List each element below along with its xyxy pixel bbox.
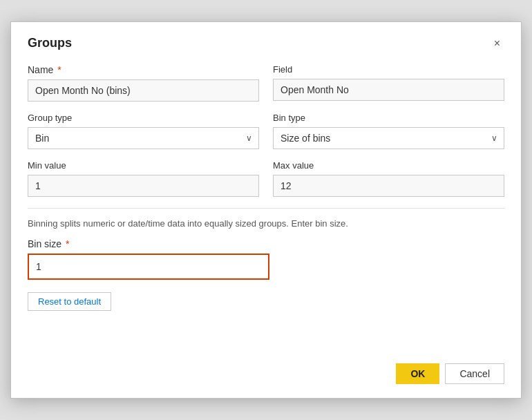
group-type-label: Group type [28, 113, 259, 123]
groups-dialog: Groups × Name * Field Group type Bin [10, 21, 522, 399]
max-value-input [273, 175, 504, 197]
bin-size-label: Bin size * [28, 238, 269, 249]
bin-type-select[interactable]: Size of bins Number of bins [273, 127, 504, 149]
bin-size-required-star: * [63, 238, 69, 249]
field-input [273, 79, 504, 101]
name-input[interactable] [28, 79, 259, 102]
min-value-group: Min value [28, 160, 259, 197]
dialog-overlay: Groups × Name * Field Group type Bin [0, 0, 532, 420]
reset-to-default-button[interactable]: Reset to default [28, 292, 111, 311]
dialog-footer: OK Cancel [28, 352, 504, 384]
group-type-group: Group type Bin ∨ [28, 113, 259, 149]
bin-size-input[interactable] [29, 255, 268, 278]
cancel-button[interactable]: Cancel [445, 363, 504, 384]
title-bar: Groups × [28, 36, 504, 50]
max-value-label: Max value [273, 160, 504, 171]
bin-type-select-wrapper: Size of bins Number of bins ∨ [273, 127, 504, 149]
min-value-input [28, 175, 259, 197]
bin-type-label: Bin type [273, 113, 504, 123]
info-text: Binning splits numeric or date/time data… [28, 218, 504, 229]
name-required-star: * [55, 64, 61, 75]
ok-button[interactable]: OK [396, 363, 439, 384]
group-bin-type-row: Group type Bin ∨ Bin type Size of bins N… [28, 113, 504, 149]
close-button[interactable]: × [490, 37, 504, 50]
name-group: Name * [28, 64, 259, 102]
section-divider [28, 208, 504, 209]
group-type-select[interactable]: Bin [28, 127, 259, 149]
bin-size-input-wrapper [28, 254, 269, 280]
dialog-title: Groups [28, 36, 72, 50]
field-label: Field [273, 64, 504, 75]
min-value-label: Min value [28, 160, 259, 171]
bin-type-group: Bin type Size of bins Number of bins ∨ [273, 113, 504, 149]
group-type-select-wrapper: Bin ∨ [28, 127, 259, 149]
field-group: Field [273, 64, 504, 102]
name-label: Name * [28, 64, 259, 75]
min-max-row: Min value Max value [28, 160, 504, 197]
bin-size-group: Bin size * [28, 238, 269, 280]
max-value-group: Max value [273, 160, 504, 197]
name-field-row: Name * Field [28, 64, 504, 102]
